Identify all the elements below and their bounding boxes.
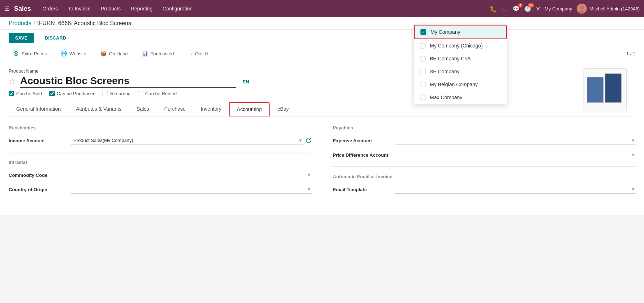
smart-btn-extra-prices[interactable]: 💲 Extra Prices [9, 49, 51, 59]
tab-general[interactable]: General Information [9, 102, 68, 116]
smart-btn-label: Website [69, 51, 86, 56]
checkbox-max [420, 95, 425, 100]
email-template-select[interactable] [395, 185, 636, 194]
company-dropdown-item-belgian[interactable]: My Belgian Company [414, 78, 507, 91]
nav-item-configuration[interactable]: Configuration [158, 4, 197, 14]
company-dropdown-item-be-coa[interactable]: BE Company CoA [414, 52, 507, 65]
action-bar: SAVE DISCARD [0, 30, 644, 46]
nav-user[interactable]: Mitchell Admin (142946) [577, 4, 640, 14]
tab-attributes[interactable]: Attributes & Variants [68, 102, 129, 116]
phone-icon[interactable]: 📞 [501, 5, 508, 12]
breadcrumb-separator: / [33, 20, 35, 27]
can-be-sold-checkbox[interactable]: Can be Sold [9, 91, 42, 96]
nav-item-reporting[interactable]: Reporting [126, 4, 157, 14]
auto-email-section-title: Automatic Email at Invoice [333, 174, 636, 179]
product-name-label: Product Name [9, 68, 635, 74]
company-dropdown-item-chicago[interactable]: My Company (Chicago) [414, 39, 507, 52]
section-separator-2 [333, 166, 636, 167]
smart-buttons-bar: 💲 Extra Prices 🌐 Website 📦 On Hand 📊 For… [0, 46, 644, 61]
product-section: Product Name ☆ EN Can be Sold Can be Pur… [9, 68, 635, 208]
email-template-label: Email Template [333, 187, 391, 192]
price-diff-account-label: Price Difference Account [333, 152, 391, 158]
company-dropdown-item-my-company[interactable]: ✓ My Company [414, 25, 507, 39]
smart-btn-forecasted[interactable]: 📊 Forecasted [138, 49, 178, 59]
website-icon: 🌐 [60, 50, 67, 57]
nav-company: My Company [545, 6, 572, 12]
checkbox-chicago [420, 43, 425, 49]
smart-btn-label: On Hand [109, 51, 128, 56]
product-name-input[interactable] [20, 75, 236, 88]
company-label-se: SE Company [430, 69, 459, 74]
page-header: Products / [FURN_6666] Acoustic Bloc Scr… [0, 17, 644, 30]
nav-item-orders[interactable]: Orders [38, 4, 62, 14]
checkbox-be-coa [420, 56, 425, 61]
company-label-be-coa: BE Company CoA [430, 56, 471, 61]
recurring-checkbox[interactable]: Recurring [103, 91, 130, 96]
on-hand-icon: 📦 [100, 50, 107, 57]
intrastat-section-title: Intrastat [9, 160, 311, 165]
avatar [577, 4, 587, 14]
checkbox-se [420, 69, 425, 74]
company-dropdown-item-max[interactable]: Max Company [414, 91, 507, 104]
breadcrumb-current: [FURN_6666] Acoustic Bloc Screens [37, 20, 131, 27]
section-separator-1 [9, 152, 311, 152]
expense-account-select[interactable] [395, 136, 636, 145]
breadcrumb-parent[interactable]: Products [9, 20, 31, 27]
accounting-two-col: Receivables Income Account Product Sales… [9, 125, 635, 199]
smart-btn-on-hand[interactable]: 📦 On Hand [96, 49, 132, 59]
tab-inventory[interactable]: Inventory [193, 102, 229, 116]
income-account-external-link-icon[interactable] [306, 138, 311, 144]
clock-icon[interactable]: 🕐24 [524, 5, 531, 12]
company-label-belgian: My Belgian Company [430, 82, 478, 87]
nav-item-to-invoice[interactable]: To Invoice [64, 4, 95, 14]
receivables-col: Receivables Income Account Product Sales… [9, 125, 311, 199]
country-of-origin-select[interactable] [71, 185, 312, 194]
commodity-code-field: Commodity Code ▼ [9, 171, 311, 179]
tab-accounting[interactable]: Accounting [229, 102, 270, 116]
company-label-chicago: My Company (Chicago) [430, 43, 483, 49]
language-button[interactable]: EN [240, 78, 251, 85]
country-of-origin-field: Country of Origin ▼ [9, 185, 311, 194]
product-image[interactable] [584, 68, 627, 111]
expense-account-label: Expense Account [333, 138, 391, 143]
company-dropdown-item-se[interactable]: SE Company [414, 65, 507, 78]
income-account-select[interactable]: Product Sales(My Company) [71, 136, 303, 145]
can-be-rented-checkbox[interactable]: Can be Rented [138, 91, 177, 96]
product-name-section: Product Name ☆ EN Can be Sold Can be Pur… [9, 68, 635, 96]
close-icon[interactable]: ✕ [536, 5, 540, 12]
bug-icon[interactable]: 🐛 [490, 5, 497, 12]
save-button[interactable]: SAVE [9, 33, 34, 43]
price-diff-account-select[interactable] [395, 151, 636, 159]
chat-icon[interactable]: 💬5 [513, 5, 520, 12]
page-indicator: 1 / 1 [626, 51, 635, 56]
nav-item-products[interactable]: Products [96, 4, 125, 14]
email-template-wrap: ▼ [395, 185, 636, 194]
country-of-origin-label: Country of Origin [9, 187, 66, 192]
can-be-purchased-checkbox[interactable]: Can be Purchased [49, 91, 96, 96]
checkbox-my-company: ✓ [420, 29, 426, 35]
smart-btn-label: Out: 0 [195, 51, 208, 56]
commodity-code-wrap: ▼ [71, 171, 311, 179]
smart-btn-label: Extra Prices [22, 51, 47, 56]
discard-button[interactable]: DISCARD [38, 33, 72, 43]
star-icon[interactable]: ☆ [9, 77, 16, 86]
svg-point-0 [580, 5, 584, 10]
brand-name: Sales [14, 5, 31, 13]
income-account-input-wrap: Product Sales(My Company) ▼ [71, 136, 311, 145]
svg-point-1 [578, 10, 585, 14]
forecasted-icon: 📊 [141, 50, 148, 57]
commodity-code-select[interactable] [71, 171, 312, 179]
grid-icon[interactable]: ⊞ [4, 5, 10, 13]
tab-purchase[interactable]: Purchase [157, 102, 193, 116]
smart-btn-out[interactable]: → Out: 0 [184, 49, 212, 59]
tab-ebay[interactable]: eBay [270, 102, 296, 116]
price-diff-account-field: Price Difference Account ▼ [333, 151, 636, 159]
price-diff-account-wrap: ▼ [395, 151, 636, 159]
breadcrumb: Products / [FURN_6666] Acoustic Bloc Scr… [9, 20, 635, 27]
smart-btn-website[interactable]: 🌐 Website [57, 49, 90, 59]
product-image-svg [585, 70, 625, 110]
income-account-label: Income Account [9, 138, 66, 143]
user-name: Mitchell Admin (142946) [590, 6, 640, 12]
checkboxes-row: Can be Sold Can be Purchased Recurring C… [9, 91, 635, 96]
tab-sales[interactable]: Sales [129, 102, 157, 116]
